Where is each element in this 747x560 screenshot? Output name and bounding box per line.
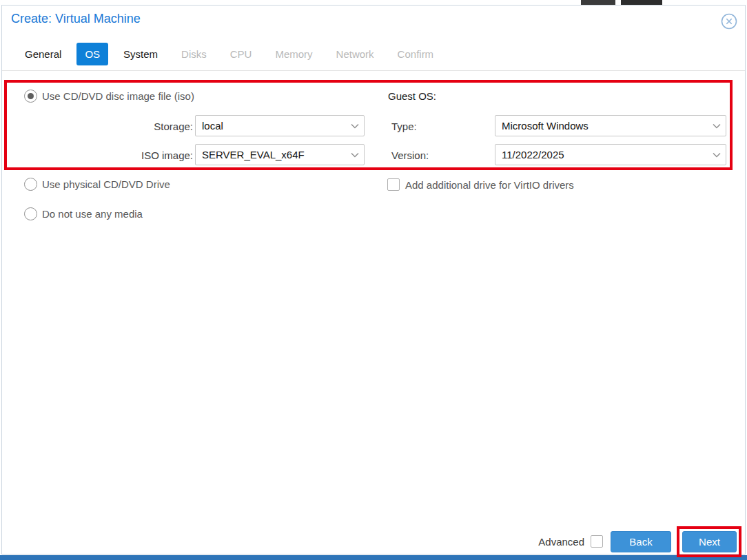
app-bottom-bar — [0, 555, 747, 560]
chevron-down-icon — [351, 152, 359, 158]
iso-image-label: ISO image: — [103, 149, 193, 161]
os-version-select-value: 11/2022/2025 — [502, 149, 564, 160]
chevron-down-icon — [713, 152, 721, 158]
tab-memory: Memory — [267, 43, 320, 65]
storage-select-value: local — [202, 120, 223, 132]
screen: Create: Virtual Machine General OS Syste… — [0, 0, 747, 560]
os-version-select[interactable]: 11/2022/2025 — [495, 144, 726, 165]
tab-general[interactable]: General — [17, 43, 70, 65]
guest-os-heading: Guest OS: — [388, 90, 436, 103]
close-icon — [720, 12, 738, 30]
iso-image-select[interactable]: SERVER_EVAL_x64F — [195, 144, 365, 165]
radio-no-media[interactable] — [24, 207, 37, 220]
advanced-checkbox[interactable] — [591, 535, 603, 548]
close-button[interactable] — [720, 12, 738, 30]
tab-bar: General OS System Disks CPU Memory Netwo… — [17, 43, 442, 65]
radio-use-iso[interactable] — [24, 90, 37, 103]
radio-no-media-label: Do not use any media — [42, 207, 143, 220]
os-type-select[interactable]: Microsoft Windows — [495, 115, 726, 136]
page-title: Create: Virtual Machine — [11, 12, 141, 26]
radio-use-iso-label: Use CD/DVD disc image file (iso) — [42, 90, 194, 103]
virtio-drivers-checkbox[interactable] — [387, 178, 400, 191]
version-label: Version: — [391, 149, 429, 161]
tabbar-divider — [2, 70, 745, 71]
type-label: Type: — [391, 121, 417, 132]
storage-label: Storage: — [103, 121, 193, 132]
radio-use-physical-drive[interactable] — [24, 178, 37, 191]
tab-disks: Disks — [173, 43, 215, 65]
radio-use-physical-drive-label: Use physical CD/DVD Drive — [42, 178, 170, 191]
os-type-select-value: Microsoft Windows — [502, 120, 589, 132]
tab-os[interactable]: OS — [76, 43, 108, 65]
tab-network: Network — [328, 43, 382, 65]
back-button[interactable]: Back — [611, 531, 671, 552]
tab-cpu: CPU — [222, 43, 260, 65]
storage-select[interactable]: local — [195, 115, 365, 136]
iso-image-select-value: SERVER_EVAL_x64F — [202, 149, 305, 160]
chevron-down-icon — [351, 123, 359, 129]
tab-system[interactable]: System — [115, 43, 166, 65]
next-button[interactable]: Next — [682, 531, 737, 552]
chevron-down-icon — [713, 123, 721, 129]
tab-confirm: Confirm — [389, 43, 442, 65]
advanced-label: Advanced — [524, 536, 584, 548]
virtio-drivers-label: Add additional drive for VirtIO drivers — [405, 178, 574, 191]
create-vm-dialog — [1, 5, 746, 554]
